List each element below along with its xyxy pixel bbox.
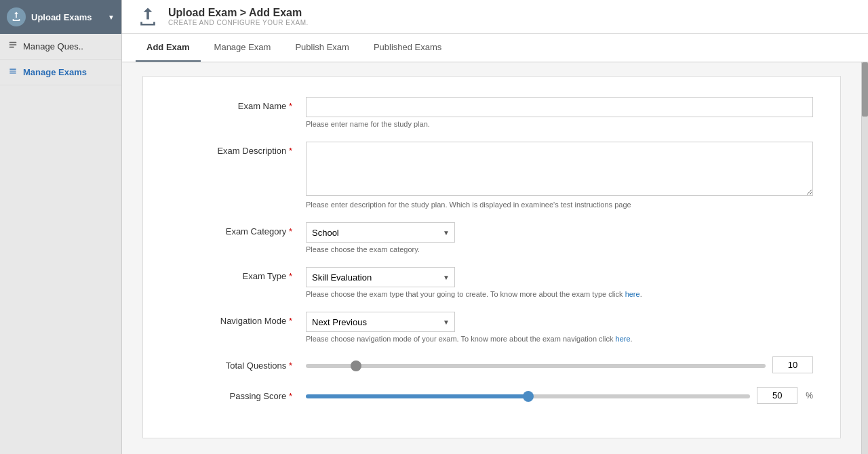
- exam-type-label: Exam Type *: [170, 267, 306, 281]
- total-questions-slider-row: [306, 356, 813, 373]
- exam-type-select[interactable]: Skill Evaluation Standard Practice: [306, 267, 455, 287]
- exam-type-row: Exam Type * Skill Evaluation Standard Pr…: [170, 267, 813, 298]
- navigation-mode-select-wrap: Next Previous Free Navigation Linear ▼: [306, 312, 455, 332]
- sidebar-header-label: Upload Exams: [31, 12, 108, 22]
- navigation-mode-wrap: Next Previous Free Navigation Linear ▼ P…: [306, 312, 813, 343]
- passing-score-slider[interactable]: [306, 394, 750, 398]
- sidebar-item-manage-exams-label: Manage Exams: [23, 67, 87, 77]
- manage-ques-icon: [8, 41, 18, 52]
- sidebar-header[interactable]: Upload Exams ▼: [0, 0, 121, 34]
- svg-rect-1: [9, 44, 17, 45]
- total-questions-label: Total Questions *: [170, 356, 306, 371]
- passing-score-label: Passing Score *: [170, 387, 306, 401]
- total-questions-required: *: [289, 360, 292, 371]
- passing-score-slider-wrap: [306, 390, 750, 400]
- exam-description-label: Exam Description *: [170, 142, 306, 156]
- sidebar-chevron-icon: ▼: [108, 14, 115, 21]
- exam-category-hint: Please choose the exam category.: [306, 245, 813, 253]
- tab-publish-exam[interactable]: Publish Exam: [284, 34, 359, 62]
- exam-category-row: Exam Category * School College Professio…: [170, 222, 813, 253]
- tab-published-exams[interactable]: Published Exams: [363, 34, 452, 62]
- upload-exam-header-icon: [136, 5, 160, 29]
- sidebar-item-manage-exams[interactable]: Manage Exams: [0, 60, 121, 85]
- page-title: Upload Exam > Add Exam: [168, 7, 309, 19]
- navigation-mode-hint-link[interactable]: here: [616, 335, 631, 343]
- passing-score-row: Passing Score * %: [170, 387, 813, 404]
- exam-description-row: Exam Description * Please enter descript…: [170, 142, 813, 209]
- scrollbar-thumb: [862, 62, 868, 117]
- manage-exams-icon: [8, 66, 18, 78]
- main-content: Upload Exam > Add Exam CREATE AND CONFIG…: [122, 0, 868, 454]
- navigation-mode-label: Navigation Mode *: [170, 312, 306, 326]
- scrollbar[interactable]: [861, 62, 868, 454]
- exam-name-hint: Please enter name for the study plan.: [306, 120, 813, 128]
- navigation-mode-select[interactable]: Next Previous Free Navigation Linear: [306, 312, 455, 332]
- tab-add-exam[interactable]: Add Exam: [136, 34, 201, 62]
- sidebar: Upload Exams ▼ Manage Ques.. Manage Exam…: [0, 0, 122, 454]
- exam-type-select-wrap: Skill Evaluation Standard Practice ▼: [306, 267, 455, 287]
- svg-rect-2: [9, 47, 14, 48]
- svg-rect-0: [9, 42, 17, 43]
- exam-name-label: Exam Name *: [170, 97, 306, 111]
- exam-description-required: *: [289, 146, 292, 156]
- upload-exams-icon: [7, 7, 26, 26]
- passing-score-unit: %: [806, 391, 813, 400]
- total-questions-slider-wrap: [306, 360, 766, 370]
- total-questions-wrap: [306, 356, 813, 373]
- exam-type-wrap: Skill Evaluation Standard Practice ▼ Ple…: [306, 267, 813, 298]
- exam-type-hint: Please choose the exam type that your go…: [306, 290, 813, 298]
- exam-name-row: Exam Name * Please enter name for the st…: [170, 97, 813, 128]
- passing-score-required: *: [289, 391, 292, 401]
- exam-name-input[interactable]: [306, 97, 813, 117]
- exam-category-select-wrap: School College Professional ▼: [306, 222, 455, 243]
- navigation-mode-hint: Please choose navigation mode of your ex…: [306, 335, 813, 343]
- navigation-mode-required: *: [289, 316, 292, 326]
- top-header: Upload Exam > Add Exam CREATE AND CONFIG…: [122, 0, 868, 34]
- exam-type-required: *: [289, 271, 292, 281]
- passing-score-wrap: %: [306, 387, 813, 404]
- passing-score-value-input[interactable]: [757, 387, 797, 404]
- tab-bar: Add Exam Manage Exam Publish Exam Publis…: [122, 34, 868, 62]
- sidebar-item-manage-ques-label: Manage Ques..: [23, 41, 83, 51]
- exam-type-hint-link[interactable]: here: [625, 290, 640, 298]
- exam-description-wrap: Please enter description for the study p…: [306, 142, 813, 209]
- exam-category-label: Exam Category *: [170, 222, 306, 236]
- sidebar-item-manage-ques[interactable]: Manage Ques..: [0, 34, 121, 60]
- exam-description-input[interactable]: [306, 142, 813, 196]
- exam-name-wrap: Please enter name for the study plan.: [306, 97, 813, 128]
- form-area: Exam Name * Please enter name for the st…: [122, 62, 861, 454]
- total-questions-slider[interactable]: [306, 364, 766, 368]
- navigation-mode-row: Navigation Mode * Next Previous Free Nav…: [170, 312, 813, 343]
- exam-name-required: *: [289, 101, 292, 111]
- total-questions-value-input[interactable]: [772, 356, 813, 373]
- form-card: Exam Name * Please enter name for the st…: [142, 76, 841, 438]
- exam-category-select[interactable]: School College Professional: [306, 222, 455, 243]
- total-questions-row: Total Questions *: [170, 356, 813, 373]
- exam-description-hint: Please enter description for the study p…: [306, 201, 813, 209]
- header-text-block: Upload Exam > Add Exam CREATE AND CONFIG…: [168, 7, 309, 26]
- passing-score-slider-row: %: [306, 387, 813, 404]
- exam-category-wrap: School College Professional ▼ Please cho…: [306, 222, 813, 253]
- exam-category-required: *: [289, 226, 292, 236]
- page-subtitle: CREATE AND CONFIGURE YOUR EXAM.: [168, 19, 309, 26]
- tab-manage-exam[interactable]: Manage Exam: [203, 34, 282, 62]
